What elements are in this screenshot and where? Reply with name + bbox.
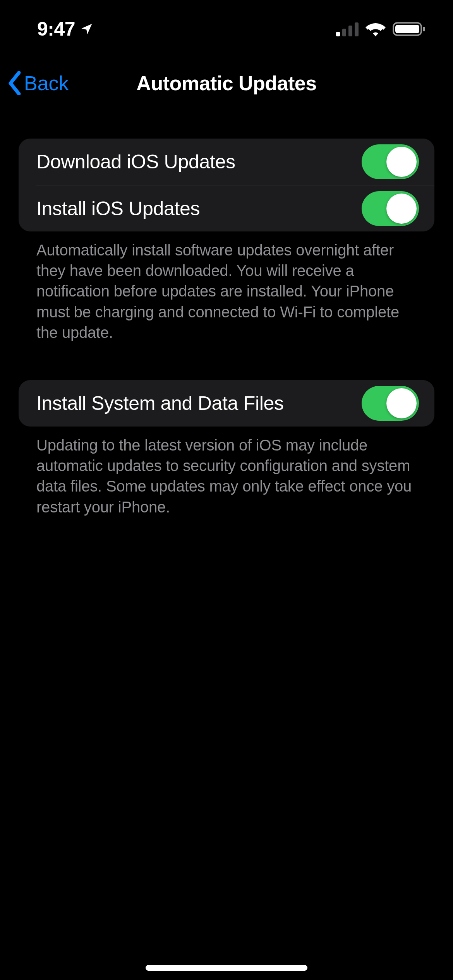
row-label: Install System and Data Files <box>36 392 284 415</box>
svg-rect-2 <box>348 26 352 36</box>
location-icon <box>80 22 94 36</box>
status-bar: 9:47 <box>0 0 453 58</box>
settings-group-ios-updates: Download iOS Updates Install iOS Updates <box>19 139 434 231</box>
toggle-install-system-data-files[interactable] <box>362 386 419 421</box>
settings-group-system-data: Install System and Data Files <box>19 380 434 427</box>
svg-rect-0 <box>336 32 340 36</box>
nav-bar: Back Automatic Updates <box>0 58 453 108</box>
svg-rect-1 <box>342 29 346 36</box>
svg-rect-3 <box>355 22 359 36</box>
svg-rect-6 <box>423 27 425 31</box>
row-download-ios-updates[interactable]: Download iOS Updates <box>19 139 434 185</box>
chevron-left-icon <box>7 71 22 95</box>
status-left: 9:47 <box>37 18 94 40</box>
svg-rect-5 <box>395 25 419 33</box>
row-install-ios-updates[interactable]: Install iOS Updates <box>36 185 434 231</box>
status-right <box>336 21 426 37</box>
back-button[interactable]: Back <box>7 71 69 95</box>
group-footer: Automatically install software updates o… <box>19 231 434 343</box>
row-install-system-data-files[interactable]: Install System and Data Files <box>19 380 434 427</box>
group-footer: Updating to the latest version of iOS ma… <box>19 427 434 517</box>
page-title: Automatic Updates <box>136 72 316 95</box>
wifi-icon <box>365 22 386 36</box>
cellular-icon <box>336 22 359 36</box>
status-time: 9:47 <box>37 18 75 40</box>
row-label: Download iOS Updates <box>36 151 235 173</box>
back-label: Back <box>24 72 69 95</box>
battery-icon <box>393 21 426 37</box>
home-indicator[interactable] <box>146 965 307 971</box>
toggle-install-ios-updates[interactable] <box>362 191 419 226</box>
row-label: Install iOS Updates <box>36 197 200 220</box>
content: Download iOS Updates Install iOS Updates… <box>0 108 453 517</box>
toggle-download-ios-updates[interactable] <box>362 144 419 179</box>
